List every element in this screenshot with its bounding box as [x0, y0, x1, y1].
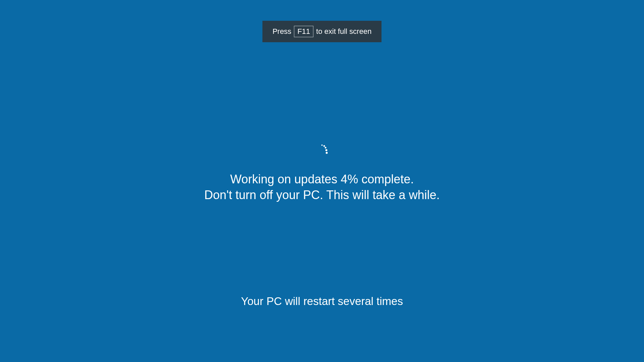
loading-spinner-icon — [315, 144, 329, 158]
restart-notice-text: Your PC will restart several times — [0, 295, 644, 308]
update-progress-line: Working on updates 4% complete. — [0, 172, 644, 187]
hint-suffix-text: to exit full screen — [316, 27, 372, 36]
fullscreen-exit-hint: Press F11 to exit full screen — [262, 21, 381, 42]
hint-prefix-text: Press — [272, 27, 291, 36]
update-status-text: Working on updates 4% complete. Don't tu… — [0, 172, 644, 203]
f11-key-badge: F11 — [294, 26, 314, 37]
update-warning-line: Don't turn off your PC. This will take a… — [0, 187, 644, 203]
